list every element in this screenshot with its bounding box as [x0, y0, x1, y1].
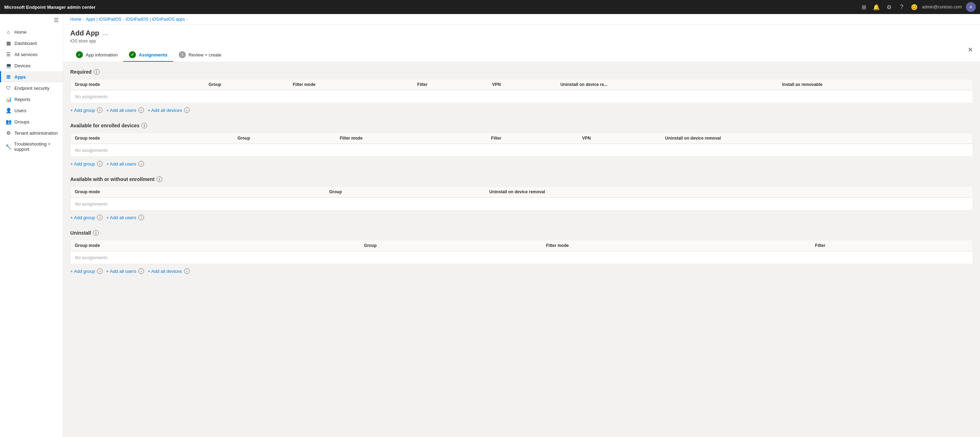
- enrolled-add-group-info[interactable]: i: [97, 161, 103, 166]
- required-col-install-removable: Install as removable: [778, 79, 973, 90]
- required-col-group-mode: Group mode: [71, 79, 204, 90]
- without-add-users-info[interactable]: i: [138, 215, 144, 220]
- page-title-row: Add App ...: [70, 29, 973, 37]
- enrolled-add-group[interactable]: + Add group: [70, 162, 95, 166]
- required-add-all-devices[interactable]: + Add all devices: [148, 108, 182, 113]
- available-without-info-icon[interactable]: i: [157, 176, 162, 182]
- section-uninstall: Uninstall i Group mode Group Filter mode…: [70, 230, 973, 276]
- without-add-group-info[interactable]: i: [97, 215, 103, 220]
- sidebar-item-devices[interactable]: 💻 Devices: [0, 60, 63, 71]
- uninstall-add-links: + Add group i + Add all users i + Add al…: [70, 266, 973, 276]
- sidebar-item-tenant-admin[interactable]: ⚙ Tenant administration: [0, 127, 63, 139]
- uninstall-no-assignments-row: No assignments: [71, 251, 973, 264]
- breadcrumb-ios-apps[interactable]: iOS/iPadOS | iOS/iPadOS apps: [126, 17, 185, 22]
- sidebar-label-home: Home: [14, 30, 27, 35]
- section-title-uninstall: Uninstall i: [70, 230, 973, 236]
- sidebar-item-users[interactable]: 👤 Users: [0, 105, 63, 116]
- sidebar-item-all-services[interactable]: ☰ All services: [0, 49, 63, 60]
- without-col-group: Group: [325, 187, 485, 198]
- enrolled-col-filter: Filter: [487, 133, 578, 144]
- section-title-available-enrolled: Available for enrolled devices i: [70, 123, 973, 128]
- sidebar-item-troubleshooting[interactable]: 🔧 Troubleshooting + support: [0, 139, 63, 155]
- devices-icon: 💻: [5, 63, 11, 68]
- breadcrumb-apps-ios[interactable]: Apps | iOS/iPadOS: [86, 17, 121, 22]
- uninstall-col-filter: Filter: [811, 240, 973, 251]
- wizard-tabs: ✓ App information ✓ Assignments 3 Review…: [70, 47, 973, 62]
- collapse-button[interactable]: ☰: [54, 17, 59, 24]
- settings-icon[interactable]: ⚙: [884, 2, 894, 12]
- enrolled-add-all-users[interactable]: + Add all users: [106, 162, 136, 166]
- uninstall-add-all-devices[interactable]: + Add all devices: [148, 269, 182, 274]
- without-add-all-users[interactable]: + Add all users: [106, 215, 136, 220]
- section-title-available-without: Available with or without enrollment i: [70, 176, 973, 182]
- section-title-required: Required i: [70, 69, 973, 75]
- enrolled-no-assignments: No assignments: [71, 144, 973, 157]
- sidebar-label-all-services: All services: [14, 52, 38, 57]
- sidebar-label-troubleshooting: Troubleshooting + support: [14, 141, 59, 152]
- page-more-button[interactable]: ...: [103, 30, 108, 37]
- enrolled-col-uninstall: Uninstall on device removal: [661, 133, 973, 144]
- required-info-icon[interactable]: i: [94, 69, 99, 75]
- required-add-group-info[interactable]: i: [97, 107, 103, 113]
- enrolled-add-users-info[interactable]: i: [138, 161, 144, 166]
- section-available-enrolled: Available for enrolled devices i Group m…: [70, 123, 973, 168]
- enrolled-no-assignments-row: No assignments: [71, 144, 973, 157]
- without-add-links: + Add group i + Add all users i: [70, 212, 973, 222]
- sidebar-item-groups[interactable]: 👥 Groups: [0, 116, 63, 127]
- feedback-icon[interactable]: 😊: [909, 2, 919, 12]
- avatar[interactable]: A: [966, 2, 976, 12]
- sidebar-label-dashboard: Dashboard: [14, 41, 37, 46]
- page-subtitle: iOS store app: [70, 39, 973, 43]
- close-button[interactable]: ✕: [968, 46, 973, 54]
- portal-icon[interactable]: ⊞: [859, 2, 869, 12]
- sidebar-item-reports[interactable]: 📊 Reports: [0, 93, 63, 105]
- sidebar-item-apps[interactable]: ⊞ Apps: [0, 71, 63, 82]
- notification-icon[interactable]: 🔔: [872, 2, 881, 12]
- sidebar-label-groups: Groups: [14, 119, 30, 125]
- sidebar-item-dashboard[interactable]: ▦ Dashboard: [0, 38, 63, 49]
- sidebar: ☰ ⌂ Home ▦ Dashboard ☰ All services 💻 De…: [0, 14, 63, 437]
- breadcrumb-sep-2: ›: [123, 17, 124, 22]
- uninstall-add-devices-info[interactable]: i: [184, 268, 190, 274]
- endpoint-security-icon: 🛡: [5, 85, 11, 91]
- help-icon[interactable]: ?: [897, 2, 907, 12]
- sidebar-label-endpoint-security: Endpoint security: [14, 86, 49, 91]
- topbar-icons: ⊞ 🔔 ⚙ ? 😊 admin@contoso.com A: [859, 2, 976, 12]
- without-add-group[interactable]: + Add group: [70, 215, 95, 220]
- sidebar-label-apps: Apps: [14, 74, 26, 80]
- uninstall-add-all-users[interactable]: + Add all users: [106, 269, 136, 274]
- tab-app-information[interactable]: ✓ App information: [70, 48, 123, 62]
- required-add-all-users[interactable]: + Add all users: [106, 108, 136, 113]
- required-no-assignments-row: No assignments: [71, 90, 973, 103]
- uninstall-add-group[interactable]: + Add group: [70, 269, 95, 274]
- uninstall-add-users-info[interactable]: i: [138, 268, 144, 274]
- enrolled-col-filter-mode: Filter mode: [336, 133, 487, 144]
- tab-check-app-information: ✓: [76, 51, 83, 58]
- required-add-devices-info[interactable]: i: [184, 107, 190, 113]
- uninstall-add-group-info[interactable]: i: [97, 268, 103, 274]
- uninstall-col-group: Group: [360, 240, 542, 251]
- without-no-assignments: No assignments: [71, 198, 973, 210]
- tab-review-create[interactable]: 3 Review + create: [173, 48, 227, 62]
- required-add-group[interactable]: + Add group: [70, 108, 95, 113]
- page-title: Add App: [70, 29, 99, 37]
- section-required: Required i Group mode Group Filter mode …: [70, 69, 973, 114]
- sidebar-item-home[interactable]: ⌂ Home: [0, 26, 63, 38]
- sidebar-item-endpoint-security[interactable]: 🛡 Endpoint security: [0, 82, 63, 93]
- tenant-admin-icon: ⚙: [5, 130, 11, 136]
- page-header: Add App ... iOS store app ✓ App informat…: [63, 25, 980, 62]
- required-col-filter-mode: Filter mode: [289, 79, 413, 90]
- available-without-table: Group mode Group Uninstall on device rem…: [71, 187, 973, 210]
- without-col-group-mode: Group mode: [71, 187, 325, 198]
- uninstall-table: Group mode Group Filter mode Filter No a…: [71, 240, 973, 264]
- available-enrolled-info-icon[interactable]: i: [142, 123, 147, 128]
- breadcrumb-home[interactable]: Home: [70, 17, 81, 22]
- tab-assignments[interactable]: ✓ Assignments: [123, 48, 173, 62]
- troubleshooting-icon: 🔧: [5, 144, 11, 149]
- all-services-icon: ☰: [5, 52, 11, 57]
- uninstall-info-icon[interactable]: i: [93, 230, 99, 236]
- required-add-users-info[interactable]: i: [138, 107, 144, 113]
- required-no-assignments: No assignments: [71, 90, 973, 103]
- tab-num-review-create: 3: [179, 51, 186, 58]
- tab-label-assignments: Assignments: [139, 52, 167, 57]
